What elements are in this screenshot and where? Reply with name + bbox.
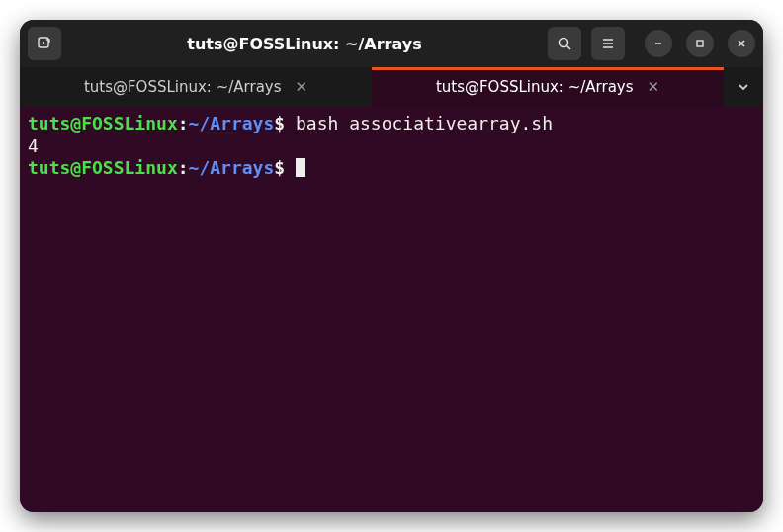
titlebar-left [28,27,61,60]
prompt-colon: : [178,157,189,178]
search-button[interactable] [548,27,581,60]
tabs-dropdown-button[interactable] [724,67,763,107]
minimize-icon [652,38,664,49]
prompt-user-host: tuts@FOSSLinux [28,157,178,178]
search-icon [557,36,572,51]
maximize-icon [694,38,706,49]
tab-bar: tuts@FOSSLinux: ~/Arrays ✕ tuts@FOSSLinu… [20,67,763,107]
minimize-button[interactable] [645,30,672,57]
command-text: bash associativearray.sh [296,113,553,133]
hamburger-icon [600,36,616,51]
window-controls [645,30,755,57]
new-tab-button[interactable] [28,27,61,60]
prompt-dollar: $ [274,113,285,133]
window-title: tuts@FOSSLinux: ~/Arrays [69,35,540,53]
prompt-user-host: tuts@FOSSLinux [28,113,178,133]
prompt-dollar: $ [274,157,285,178]
svg-rect-9 [697,41,703,46]
prompt-path: ~/Arrays [189,113,275,133]
close-button[interactable] [728,30,755,57]
new-tab-icon [37,36,52,51]
tab-2[interactable]: tuts@FOSSLinux: ~/Arrays ✕ [372,67,724,107]
prompt-path: ~/Arrays [189,157,275,178]
tab-label: tuts@FOSSLinux: ~/Arrays [436,78,634,96]
menu-button[interactable] [591,27,625,60]
svg-point-3 [560,39,568,47]
chevron-down-icon [737,80,750,94]
output-line: 4 [28,135,39,156]
titlebar-right [548,27,755,60]
terminal-cursor [296,158,305,177]
terminal-window: tuts@FOSSLinux: ~/Arrays [20,20,763,512]
terminal-body[interactable]: tuts@FOSSLinux:~/Arrays$ bash associativ… [20,107,763,512]
maximize-button[interactable] [686,30,714,57]
tab-close-button[interactable]: ✕ [648,78,660,96]
prompt-colon: : [178,113,189,133]
tab-close-button[interactable]: ✕ [296,78,308,96]
tab-1[interactable]: tuts@FOSSLinux: ~/Arrays ✕ [20,67,372,107]
tab-label: tuts@FOSSLinux: ~/Arrays [84,78,282,96]
close-icon [736,38,747,49]
titlebar: tuts@FOSSLinux: ~/Arrays [20,20,763,67]
svg-line-4 [567,46,571,50]
